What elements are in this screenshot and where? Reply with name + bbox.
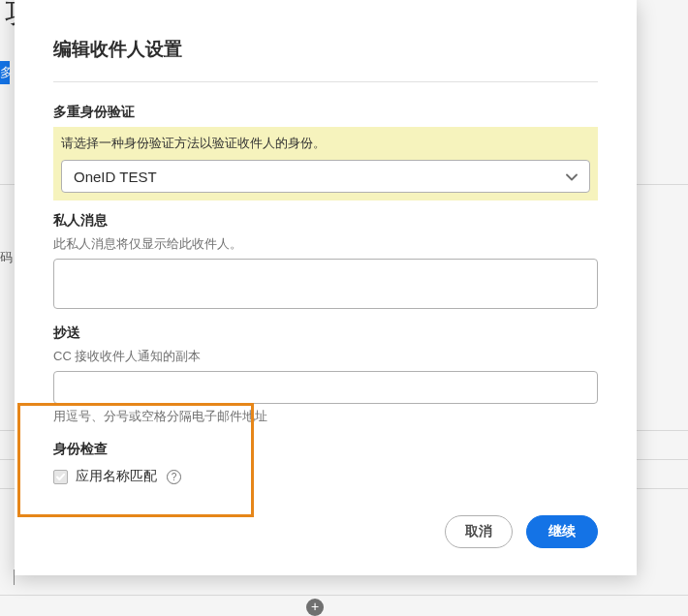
cc-label: 抄送 xyxy=(53,324,598,342)
identity-check-section: 身份检查 应用名称匹配 ? xyxy=(53,439,598,485)
bg-hline xyxy=(0,595,688,596)
name-match-row: 应用名称匹配 ? xyxy=(53,468,598,485)
name-match-label: 应用名称匹配 xyxy=(76,468,157,485)
mfa-selected-value: OneID TEST xyxy=(74,169,157,185)
private-message-desc: 此私人消息将仅显示给此收件人。 xyxy=(53,235,598,253)
private-message-input[interactable] xyxy=(53,259,598,309)
identity-check-label: 身份检查 xyxy=(53,441,598,458)
chevron-down-icon xyxy=(566,168,578,185)
cc-hint: 用逗号、分号或空格分隔电子邮件地址 xyxy=(53,408,598,425)
modal-title: 编辑收件人设置 xyxy=(53,37,598,62)
continue-button[interactable]: 继续 xyxy=(526,515,598,548)
mfa-method-select[interactable]: OneID TEST xyxy=(61,160,590,193)
bg-tag: 多 xyxy=(0,61,10,84)
name-match-checkbox[interactable] xyxy=(53,470,68,484)
divider xyxy=(53,81,598,82)
bg-password-label: 码 xyxy=(0,249,13,266)
add-icon[interactable]: + xyxy=(306,599,324,616)
mfa-section-label: 多重身份验证 xyxy=(53,104,598,121)
cc-email-input[interactable] xyxy=(53,371,598,404)
cc-desc: CC 接收收件人通知的副本 xyxy=(53,348,598,365)
modal-footer: 取消 继续 xyxy=(445,515,598,548)
mfa-description: 请选择一种身份验证方法以验证收件人的身份。 xyxy=(61,135,590,152)
edit-recipient-settings-modal: 编辑收件人设置 多重身份验证 请选择一种身份验证方法以验证收件人的身份。 One… xyxy=(15,0,637,575)
private-message-label: 私人消息 xyxy=(53,212,598,230)
cancel-button[interactable]: 取消 xyxy=(445,515,513,548)
help-icon[interactable]: ? xyxy=(167,470,181,484)
mfa-block: 请选择一种身份验证方法以验证收件人的身份。 OneID TEST xyxy=(53,127,598,200)
